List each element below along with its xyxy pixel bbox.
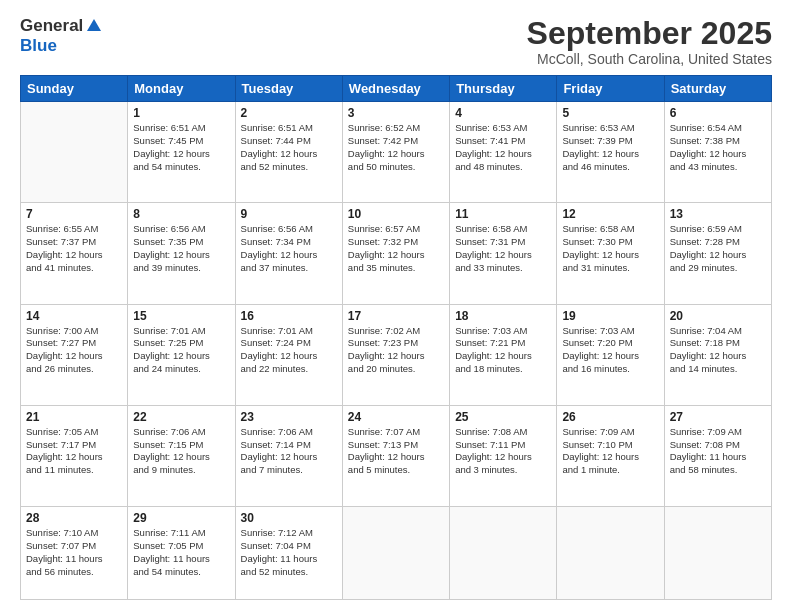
cell-w2-d3: 9Sunrise: 6:56 AM Sunset: 7:34 PM Daylig… — [235, 203, 342, 304]
day-info: Sunrise: 6:58 AM Sunset: 7:30 PM Dayligh… — [562, 223, 658, 274]
day-info: Sunrise: 6:54 AM Sunset: 7:38 PM Dayligh… — [670, 122, 766, 173]
cell-w2-d6: 12Sunrise: 6:58 AM Sunset: 7:30 PM Dayli… — [557, 203, 664, 304]
day-info: Sunrise: 6:58 AM Sunset: 7:31 PM Dayligh… — [455, 223, 551, 274]
day-info: Sunrise: 6:59 AM Sunset: 7:28 PM Dayligh… — [670, 223, 766, 274]
header-saturday: Saturday — [664, 76, 771, 102]
day-number: 21 — [26, 410, 122, 424]
cell-w3-d5: 18Sunrise: 7:03 AM Sunset: 7:21 PM Dayli… — [450, 304, 557, 405]
cell-w1-d6: 5Sunrise: 6:53 AM Sunset: 7:39 PM Daylig… — [557, 102, 664, 203]
day-number: 7 — [26, 207, 122, 221]
header-friday: Friday — [557, 76, 664, 102]
day-info: Sunrise: 7:01 AM Sunset: 7:25 PM Dayligh… — [133, 325, 229, 376]
day-number: 30 — [241, 511, 337, 525]
header-monday: Monday — [128, 76, 235, 102]
day-info: Sunrise: 7:08 AM Sunset: 7:11 PM Dayligh… — [455, 426, 551, 477]
week-row-3: 14Sunrise: 7:00 AM Sunset: 7:27 PM Dayli… — [21, 304, 772, 405]
cell-w4-d4: 24Sunrise: 7:07 AM Sunset: 7:13 PM Dayli… — [342, 405, 449, 506]
day-info: Sunrise: 7:11 AM Sunset: 7:05 PM Dayligh… — [133, 527, 229, 578]
day-number: 27 — [670, 410, 766, 424]
cell-w2-d5: 11Sunrise: 6:58 AM Sunset: 7:31 PM Dayli… — [450, 203, 557, 304]
day-info: Sunrise: 7:01 AM Sunset: 7:24 PM Dayligh… — [241, 325, 337, 376]
day-info: Sunrise: 6:55 AM Sunset: 7:37 PM Dayligh… — [26, 223, 122, 274]
day-number: 16 — [241, 309, 337, 323]
cell-w5-d1: 28Sunrise: 7:10 AM Sunset: 7:07 PM Dayli… — [21, 507, 128, 600]
day-info: Sunrise: 7:06 AM Sunset: 7:14 PM Dayligh… — [241, 426, 337, 477]
day-info: Sunrise: 6:56 AM Sunset: 7:34 PM Dayligh… — [241, 223, 337, 274]
cell-w3-d7: 20Sunrise: 7:04 AM Sunset: 7:18 PM Dayli… — [664, 304, 771, 405]
day-number: 29 — [133, 511, 229, 525]
logo-blue-text: Blue — [20, 36, 57, 56]
day-number: 12 — [562, 207, 658, 221]
cell-w5-d7 — [664, 507, 771, 600]
cell-w2-d4: 10Sunrise: 6:57 AM Sunset: 7:32 PM Dayli… — [342, 203, 449, 304]
day-number: 10 — [348, 207, 444, 221]
day-number: 11 — [455, 207, 551, 221]
day-number: 17 — [348, 309, 444, 323]
day-info: Sunrise: 7:09 AM Sunset: 7:10 PM Dayligh… — [562, 426, 658, 477]
cell-w1-d3: 2Sunrise: 6:51 AM Sunset: 7:44 PM Daylig… — [235, 102, 342, 203]
logo-general-text: General — [20, 16, 83, 36]
day-number: 25 — [455, 410, 551, 424]
day-number: 9 — [241, 207, 337, 221]
page: General Blue September 2025 McColl, Sout… — [0, 0, 792, 612]
day-number: 15 — [133, 309, 229, 323]
day-info: Sunrise: 7:05 AM Sunset: 7:17 PM Dayligh… — [26, 426, 122, 477]
day-number: 23 — [241, 410, 337, 424]
day-info: Sunrise: 6:51 AM Sunset: 7:45 PM Dayligh… — [133, 122, 229, 173]
day-info: Sunrise: 6:51 AM Sunset: 7:44 PM Dayligh… — [241, 122, 337, 173]
cell-w4-d7: 27Sunrise: 7:09 AM Sunset: 7:08 PM Dayli… — [664, 405, 771, 506]
day-info: Sunrise: 6:53 AM Sunset: 7:41 PM Dayligh… — [455, 122, 551, 173]
cell-w1-d2: 1Sunrise: 6:51 AM Sunset: 7:45 PM Daylig… — [128, 102, 235, 203]
day-number: 24 — [348, 410, 444, 424]
cell-w4-d3: 23Sunrise: 7:06 AM Sunset: 7:14 PM Dayli… — [235, 405, 342, 506]
cell-w5-d4 — [342, 507, 449, 600]
day-info: Sunrise: 7:06 AM Sunset: 7:15 PM Dayligh… — [133, 426, 229, 477]
cell-w1-d7: 6Sunrise: 6:54 AM Sunset: 7:38 PM Daylig… — [664, 102, 771, 203]
day-info: Sunrise: 7:10 AM Sunset: 7:07 PM Dayligh… — [26, 527, 122, 578]
location: McColl, South Carolina, United States — [527, 51, 772, 67]
day-number: 28 — [26, 511, 122, 525]
day-info: Sunrise: 7:02 AM Sunset: 7:23 PM Dayligh… — [348, 325, 444, 376]
cell-w4-d1: 21Sunrise: 7:05 AM Sunset: 7:17 PM Dayli… — [21, 405, 128, 506]
cell-w3-d1: 14Sunrise: 7:00 AM Sunset: 7:27 PM Dayli… — [21, 304, 128, 405]
week-row-5: 28Sunrise: 7:10 AM Sunset: 7:07 PM Dayli… — [21, 507, 772, 600]
cell-w4-d2: 22Sunrise: 7:06 AM Sunset: 7:15 PM Dayli… — [128, 405, 235, 506]
cell-w3-d3: 16Sunrise: 7:01 AM Sunset: 7:24 PM Dayli… — [235, 304, 342, 405]
day-info: Sunrise: 6:56 AM Sunset: 7:35 PM Dayligh… — [133, 223, 229, 274]
day-number: 18 — [455, 309, 551, 323]
header: General Blue September 2025 McColl, Sout… — [20, 16, 772, 67]
day-number: 19 — [562, 309, 658, 323]
week-row-4: 21Sunrise: 7:05 AM Sunset: 7:17 PM Dayli… — [21, 405, 772, 506]
header-thursday: Thursday — [450, 76, 557, 102]
cell-w2-d1: 7Sunrise: 6:55 AM Sunset: 7:37 PM Daylig… — [21, 203, 128, 304]
week-row-1: 1Sunrise: 6:51 AM Sunset: 7:45 PM Daylig… — [21, 102, 772, 203]
month-title: September 2025 — [527, 16, 772, 51]
cell-w1-d5: 4Sunrise: 6:53 AM Sunset: 7:41 PM Daylig… — [450, 102, 557, 203]
title-section: September 2025 McColl, South Carolina, U… — [527, 16, 772, 67]
cell-w1-d1 — [21, 102, 128, 203]
day-number: 4 — [455, 106, 551, 120]
day-info: Sunrise: 7:04 AM Sunset: 7:18 PM Dayligh… — [670, 325, 766, 376]
calendar-table: Sunday Monday Tuesday Wednesday Thursday… — [20, 75, 772, 600]
cell-w5-d3: 30Sunrise: 7:12 AM Sunset: 7:04 PM Dayli… — [235, 507, 342, 600]
day-info: Sunrise: 7:09 AM Sunset: 7:08 PM Dayligh… — [670, 426, 766, 477]
day-number: 20 — [670, 309, 766, 323]
day-info: Sunrise: 7:12 AM Sunset: 7:04 PM Dayligh… — [241, 527, 337, 578]
day-number: 6 — [670, 106, 766, 120]
day-number: 8 — [133, 207, 229, 221]
day-info: Sunrise: 7:03 AM Sunset: 7:21 PM Dayligh… — [455, 325, 551, 376]
day-info: Sunrise: 6:57 AM Sunset: 7:32 PM Dayligh… — [348, 223, 444, 274]
cell-w5-d2: 29Sunrise: 7:11 AM Sunset: 7:05 PM Dayli… — [128, 507, 235, 600]
header-tuesday: Tuesday — [235, 76, 342, 102]
cell-w3-d6: 19Sunrise: 7:03 AM Sunset: 7:20 PM Dayli… — [557, 304, 664, 405]
day-info: Sunrise: 7:03 AM Sunset: 7:20 PM Dayligh… — [562, 325, 658, 376]
weekday-header-row: Sunday Monday Tuesday Wednesday Thursday… — [21, 76, 772, 102]
day-number: 5 — [562, 106, 658, 120]
cell-w2-d7: 13Sunrise: 6:59 AM Sunset: 7:28 PM Dayli… — [664, 203, 771, 304]
week-row-2: 7Sunrise: 6:55 AM Sunset: 7:37 PM Daylig… — [21, 203, 772, 304]
day-number: 14 — [26, 309, 122, 323]
header-sunday: Sunday — [21, 76, 128, 102]
day-info: Sunrise: 6:53 AM Sunset: 7:39 PM Dayligh… — [562, 122, 658, 173]
cell-w3-d4: 17Sunrise: 7:02 AM Sunset: 7:23 PM Dayli… — [342, 304, 449, 405]
cell-w3-d2: 15Sunrise: 7:01 AM Sunset: 7:25 PM Dayli… — [128, 304, 235, 405]
